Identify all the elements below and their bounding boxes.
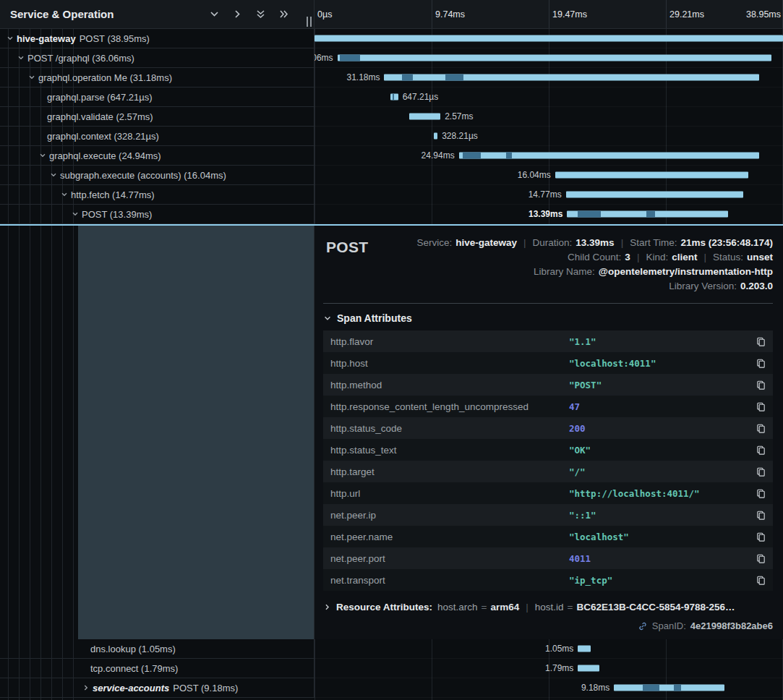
span-row[interactable]: subgraph.execute (accounts) (16.04ms)16.… [0, 166, 783, 185]
span-row[interactable]: POST (13.39ms)13.39ms [0, 205, 783, 224]
resource-attributes-row[interactable]: Resource Attributes: host.arch=arm64|hos… [323, 602, 773, 612]
copy-button[interactable] [752, 380, 766, 390]
copy-icon [756, 532, 766, 542]
copy-button[interactable] [752, 532, 766, 542]
span-name-cell[interactable]: subgraph.execute (accounts) (16.04ms) [0, 166, 315, 185]
copy-button[interactable] [752, 575, 766, 586]
span-bar[interactable] [614, 685, 724, 691]
span-row[interactable]: http.fetch (14.77ms)14.77ms [0, 185, 783, 205]
chevron-right-icon[interactable] [232, 9, 243, 20]
span-name: graphql.parse (647.21µs) [47, 92, 153, 103]
copy-button[interactable] [752, 401, 766, 412]
chevron-down-icon[interactable] [71, 210, 82, 218]
span-row[interactable]: POST /graphql (36.06ms)36.06ms [0, 48, 783, 68]
chevron-down-icon[interactable] [60, 190, 71, 199]
span-attributes-section-toggle[interactable]: Span Attributes [323, 312, 773, 324]
span-name-cell[interactable]: POST /graphql (36.06ms) [0, 48, 315, 68]
span-bar[interactable] [338, 55, 771, 61]
attribute-row: net.peer.port4011 [323, 547, 773, 569]
span-bar[interactable] [555, 172, 748, 179]
span-bar[interactable] [566, 192, 744, 198]
double-chevron-down-icon[interactable] [255, 9, 266, 20]
attribute-row: net.peer.ip"::1" [323, 504, 773, 526]
meta-separator: | [637, 252, 640, 262]
span-row[interactable]: graphql.execute (24.94ms)24.94ms [0, 146, 783, 166]
span-name-cell[interactable]: hive-gatewayPOST (38.95ms) [0, 29, 315, 48]
span-attributes-table: http.flavor"1.1"http.host"localhost:4011… [323, 330, 773, 591]
span-name-cell[interactable]: http.fetch (14.77ms) [0, 185, 315, 205]
span-name-cell[interactable]: graphql.context (328.21µs) [0, 127, 315, 146]
span-bar[interactable] [434, 133, 437, 140]
span-name-cell[interactable]: POST (13.39ms) [0, 205, 315, 224]
chevron-down-icon[interactable] [27, 73, 38, 82]
chevron-down-icon[interactable] [17, 54, 27, 62]
span-name-cell[interactable]: service-accountsPOST (9.18ms) [0, 678, 315, 698]
span-row[interactable]: tcp.connect (1.79ms)1.79ms [0, 659, 783, 678]
duration-label: 9.18ms [581, 683, 609, 693]
meta-value: 0.203.0 [740, 281, 773, 291]
span-name-cell[interactable]: dns.lookup (1.05ms) [0, 639, 315, 659]
copy-button[interactable] [752, 510, 766, 521]
span-row[interactable]: graphql.validate (2.57ms)2.57ms [0, 107, 783, 127]
span-bar[interactable] [315, 35, 783, 42]
meta-line: Library Version:0.203.0 [669, 281, 773, 291]
span-timeline-cell: 31.18ms [315, 68, 783, 88]
span-bar[interactable] [390, 94, 398, 101]
link-icon[interactable] [638, 621, 648, 631]
span-row[interactable]: graphql.parse (647.21µs)647.21µs [0, 88, 783, 107]
span-name: POST /graphql (36.06ms) [27, 53, 134, 64]
attribute-key: http.status_code [330, 423, 569, 434]
panel-splitter-handle-icon[interactable] [307, 17, 312, 27]
chevron-down-icon[interactable] [49, 171, 60, 179]
meta-label: Library Version: [669, 281, 737, 291]
copy-button[interactable] [752, 466, 766, 477]
chevron-down-icon[interactable] [209, 9, 220, 20]
span-bar[interactable] [459, 153, 759, 159]
span-bar[interactable] [567, 211, 728, 218]
span-row[interactable]: graphql.operation Me (31.18ms)31.18ms [0, 68, 783, 88]
copy-button[interactable] [752, 358, 766, 369]
resource-value: BC62E13B-C4CC-5854-9788-256… [576, 602, 735, 612]
span-row[interactable]: graphql.context (328.21µs)328.21µs [0, 127, 783, 146]
copy-button[interactable] [752, 488, 766, 499]
span-row[interactable]: dns.lookup (1.05ms)1.05ms [0, 639, 783, 659]
span-row[interactable]: service-accountsPOST (9.18ms)9.18ms [0, 678, 783, 698]
span-name-cell[interactable]: graphql.operation Me (31.18ms) [0, 68, 315, 88]
attribute-row: http.status_code200 [323, 417, 773, 439]
span-name-cell[interactable]: tcp.connect (1.79ms) [0, 659, 315, 678]
span-meta: Service:hive-gateway|Duration:13.39ms|St… [368, 231, 773, 291]
span-bar[interactable] [384, 74, 759, 81]
span-bar-segment [402, 74, 413, 81]
duration-label: 16.04ms [518, 170, 551, 180]
service-operation-header: Service & Operation [0, 0, 315, 29]
span-row[interactable]: hive-gatewayPOST (38.95ms) [0, 29, 783, 48]
span-bar[interactable] [578, 646, 590, 652]
resource-attributes-title: Resource Attributes: [336, 602, 432, 612]
span-name-cell[interactable]: graphql.parse (647.21µs) [0, 88, 315, 107]
meta-value: 21ms (23:56:48.174) [680, 237, 773, 248]
copy-button[interactable] [752, 336, 766, 347]
span-bar[interactable] [409, 114, 440, 120]
span-bar[interactable] [578, 665, 599, 672]
copy-button[interactable] [752, 445, 766, 456]
double-chevron-right-icon[interactable] [278, 9, 289, 20]
span-name-cell[interactable]: graphql.validate (2.57ms) [0, 107, 315, 127]
meta-line: Child Count:3|Kind:client|Status:unset [568, 252, 773, 262]
span-name: subgraph.execute (accounts) (16.04ms) [60, 170, 226, 181]
span-name-cell[interactable]: graphql.execute (24.94ms) [0, 146, 315, 166]
span-timeline-cell: 1.05ms [315, 639, 783, 659]
attribute-value: 200 [569, 423, 752, 434]
meta-value: client [672, 252, 697, 262]
chevron-down-icon[interactable] [38, 151, 49, 160]
resource-key: host.arch [437, 602, 478, 612]
attribute-key: http.host [330, 358, 569, 369]
meta-line: Service:hive-gateway|Duration:13.39ms|St… [416, 237, 773, 248]
duration-label: 24.94ms [422, 150, 455, 161]
chevron-down-icon[interactable] [6, 34, 17, 43]
copy-button[interactable] [752, 423, 766, 434]
resource-separator: | [526, 602, 529, 612]
copy-button[interactable] [752, 553, 766, 564]
span-bar-segment [393, 94, 394, 101]
chevron-right-icon[interactable] [82, 683, 93, 692]
meta-label: Start Time: [630, 237, 677, 248]
